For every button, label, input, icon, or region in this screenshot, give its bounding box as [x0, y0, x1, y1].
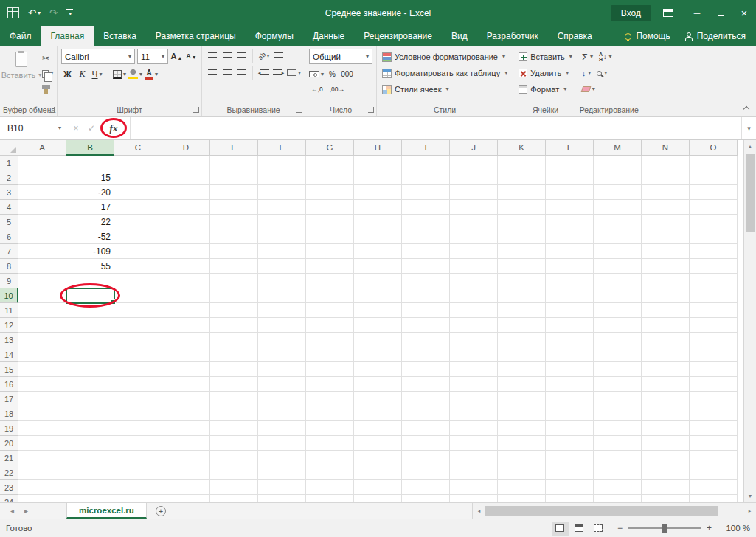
autosum-button[interactable]: Σ▾ — [582, 52, 593, 62]
cell-H21[interactable] — [354, 451, 402, 465]
decrease-decimal-button[interactable]: ,00→ — [327, 84, 347, 94]
cell-C6[interactable] — [114, 229, 162, 244]
insert-function-button[interactable]: fx — [110, 122, 118, 134]
row-header-23[interactable]: 23 — [0, 480, 18, 495]
cell-C1[interactable] — [114, 156, 162, 170]
italic-button[interactable]: К — [76, 67, 89, 81]
cell-M23[interactable] — [594, 480, 642, 495]
cell-K21[interactable] — [498, 451, 546, 465]
cell-K9[interactable] — [498, 274, 546, 288]
cell-N14[interactable] — [642, 347, 690, 362]
cell-B7[interactable]: -109 — [66, 244, 114, 259]
cell-H14[interactable] — [354, 347, 402, 362]
cell-N4[interactable] — [642, 200, 690, 215]
cell-J17[interactable] — [450, 392, 498, 406]
accounting-format-button[interactable]: ▾ — [309, 67, 324, 81]
number-dialog-launcher-icon[interactable] — [368, 107, 374, 113]
cell-B14[interactable] — [66, 347, 114, 362]
conditional-formatting-button[interactable]: Условное форматирование ▾ — [381, 49, 509, 65]
cell-G2[interactable] — [306, 170, 354, 185]
cell-D4[interactable] — [162, 200, 210, 215]
formula-input[interactable] — [130, 117, 741, 139]
cell-I9[interactable] — [402, 274, 450, 288]
cell-O21[interactable] — [690, 451, 738, 465]
cell-N5[interactable] — [642, 215, 690, 229]
cell-E22[interactable] — [210, 465, 258, 480]
cell-M18[interactable] — [594, 406, 642, 421]
align-top-button[interactable] — [206, 49, 218, 63]
cell-N6[interactable] — [642, 229, 690, 244]
page-layout-view-button[interactable] — [571, 522, 588, 536]
tab-formulas[interactable]: Формулы — [246, 26, 303, 46]
cell-B19[interactable] — [66, 421, 114, 436]
cell-K20[interactable] — [498, 436, 546, 451]
cell-J10[interactable] — [450, 288, 498, 303]
cell-F12[interactable] — [258, 318, 306, 333]
zoom-out-button[interactable]: − — [617, 523, 623, 533]
cell-L3[interactable] — [546, 185, 594, 200]
cell-N7[interactable] — [642, 244, 690, 259]
cell-M16[interactable] — [594, 377, 642, 392]
cell-A9[interactable] — [18, 274, 66, 288]
row-header-10[interactable]: 10 — [0, 288, 18, 303]
cell-A24[interactable] — [18, 495, 66, 502]
row-header-21[interactable]: 21 — [0, 451, 18, 465]
vertical-scroll-thumb[interactable] — [746, 154, 755, 232]
column-header-B[interactable]: B — [66, 140, 114, 156]
cell-N15[interactable] — [642, 362, 690, 377]
cell-N20[interactable] — [642, 436, 690, 451]
cell-H6[interactable] — [354, 229, 402, 244]
cell-H24[interactable] — [354, 495, 402, 502]
cell-A10[interactable] — [18, 288, 66, 303]
cell-G22[interactable] — [306, 465, 354, 480]
cell-H12[interactable] — [354, 318, 402, 333]
cell-A22[interactable] — [18, 465, 66, 480]
cell-K2[interactable] — [498, 170, 546, 185]
cell-A11[interactable] — [18, 303, 66, 318]
row-header-15[interactable]: 15 — [0, 362, 18, 377]
column-header-E[interactable]: E — [210, 140, 258, 156]
cell-F1[interactable] — [258, 156, 306, 170]
cell-B24[interactable] — [66, 495, 114, 502]
row-header-6[interactable]: 6 — [0, 229, 18, 244]
cell-B4[interactable]: 17 — [66, 200, 114, 215]
cell-E24[interactable] — [210, 495, 258, 502]
tab-page-layout[interactable]: Разметка страницы — [146, 26, 246, 46]
scroll-left-icon[interactable]: ◂ — [473, 508, 485, 514]
cell-I23[interactable] — [402, 480, 450, 495]
cell-D7[interactable] — [162, 244, 210, 259]
cell-M13[interactable] — [594, 333, 642, 347]
cell-C14[interactable] — [114, 347, 162, 362]
cell-I4[interactable] — [402, 200, 450, 215]
cell-D22[interactable] — [162, 465, 210, 480]
cell-B20[interactable] — [66, 436, 114, 451]
customize-qat-button[interactable]: ▾ — [66, 9, 73, 17]
cell-I18[interactable] — [402, 406, 450, 421]
column-header-A[interactable]: A — [18, 140, 66, 156]
cell-O18[interactable] — [690, 406, 738, 421]
add-sheet-button[interactable]: + — [147, 503, 175, 519]
scroll-up-icon[interactable]: ▲ — [744, 140, 756, 153]
cell-F23[interactable] — [258, 480, 306, 495]
cell-D3[interactable] — [162, 185, 210, 200]
cell-E3[interactable] — [210, 185, 258, 200]
cell-O4[interactable] — [690, 200, 738, 215]
cell-A21[interactable] — [18, 451, 66, 465]
zoom-slider[interactable] — [628, 527, 701, 529]
column-header-J[interactable]: J — [450, 140, 498, 156]
cell-I16[interactable] — [402, 377, 450, 392]
row-header-20[interactable]: 20 — [0, 436, 18, 451]
align-bottom-button[interactable] — [235, 49, 248, 63]
cell-B23[interactable] — [66, 480, 114, 495]
sort-filter-button[interactable]: АЯ↓▾ — [599, 52, 612, 62]
cell-F20[interactable] — [258, 436, 306, 451]
formula-bar-expand-icon[interactable]: ▾ — [741, 117, 756, 139]
cell-B8[interactable]: 55 — [66, 259, 114, 274]
format-as-table-button[interactable]: Форматировать как таблицу ▾ — [381, 65, 509, 81]
cell-F21[interactable] — [258, 451, 306, 465]
cell-L10[interactable] — [546, 288, 594, 303]
percent-style-button[interactable]: % — [326, 67, 339, 81]
cell-C16[interactable] — [114, 377, 162, 392]
cell-I3[interactable] — [402, 185, 450, 200]
tab-help[interactable]: Справка — [548, 26, 602, 46]
